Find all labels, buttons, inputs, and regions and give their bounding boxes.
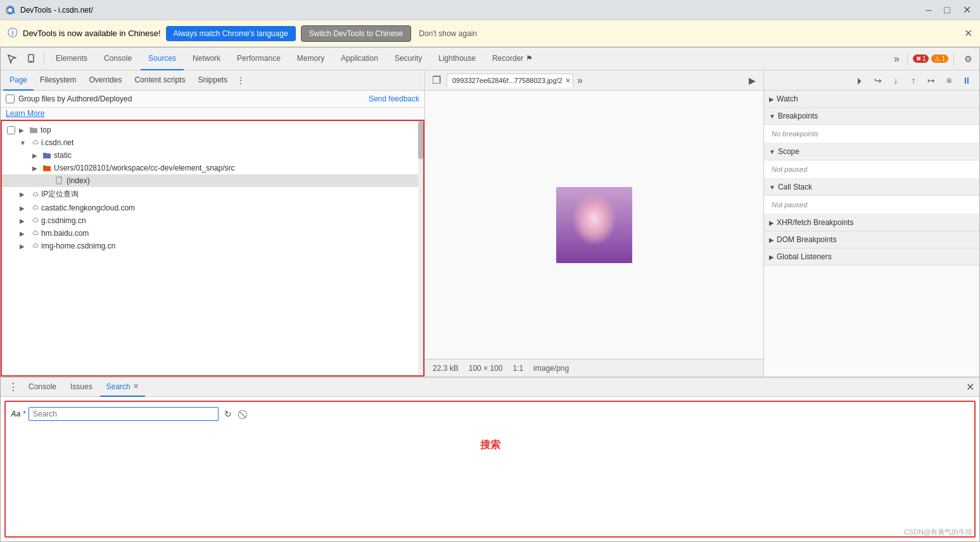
tab-application[interactable]: Application	[333, 48, 386, 70]
match-language-button[interactable]: Always match Chrome's language	[166, 26, 296, 41]
tab-network[interactable]: Network	[185, 48, 228, 70]
tab-recorder[interactable]: Recorder ⚑	[485, 48, 540, 70]
top-checkbox[interactable]	[7, 126, 15, 134]
icsdn-arrow: ▼	[20, 139, 27, 146]
jump-to-panel-button[interactable]: ▶	[743, 72, 761, 89]
svg-point-17	[587, 223, 589, 225]
src-tab-filesystem[interactable]: Filesystem	[34, 70, 82, 91]
tab-memory[interactable]: Memory	[290, 48, 332, 70]
cloud-icon-castatic	[30, 203, 39, 212]
tab-console[interactable]: Console	[96, 48, 139, 70]
learn-more-link[interactable]: Learn More	[6, 109, 44, 118]
tab-security[interactable]: Security	[387, 48, 430, 70]
minimize-button[interactable]: –	[922, 4, 935, 16]
title-bar: DevTools - i.csdn.net/ – □ ✕	[0, 0, 980, 20]
src-tab-overrides[interactable]: Overrides	[82, 70, 128, 91]
tab-sources[interactable]: Sources	[141, 48, 184, 70]
castatic-label: castatic.fengkongcloud.com	[41, 203, 135, 212]
tree-item-static[interactable]: ▶ static	[2, 149, 423, 162]
tree-item-imgcsdnimg[interactable]: ▶ img-home.csdnimg.cn	[2, 240, 423, 252]
close-button[interactable]: ✕	[959, 4, 975, 16]
xhr-label: XHR/fetch Breakpoints	[777, 218, 853, 227]
file-tabs-more[interactable]: »	[575, 75, 585, 86]
inspect-element-button[interactable]	[3, 50, 21, 68]
svg-rect-5	[43, 153, 51, 158]
tree-item-icsdn[interactable]: ▼ i.csdn.net	[2, 136, 423, 149]
xhr-breakpoints-header[interactable]: ▶ XHR/fetch Breakpoints	[764, 214, 979, 231]
warning-badge: ⚠ 1	[931, 55, 948, 63]
tree-item-users[interactable]: ▶ Users/01028101/workspace/cc-dev/elemen…	[2, 162, 423, 174]
call-stack-label: Call Stack	[778, 183, 812, 191]
global-label: Global Listeners	[777, 252, 832, 261]
global-listeners-header[interactable]: ▶ Global Listeners	[764, 248, 979, 266]
gcsdnimg-label: g.csdnimg.cn	[41, 216, 86, 225]
tree-item-top[interactable]: ▶ top	[2, 124, 423, 136]
deactivate-breakpoints-button[interactable]: ≡	[941, 73, 957, 88]
group-files-checkbox[interactable]	[6, 94, 15, 103]
sources-tabs: Page Filesystem Overrides Content script…	[1, 70, 424, 91]
tree-item-gcsdnimg[interactable]: ▶ g.csdnimg.cn	[2, 214, 423, 227]
step-out-button[interactable]: ↑	[906, 73, 921, 88]
image-type: image/png	[533, 364, 569, 373]
screen-cast-button[interactable]: ❐	[428, 72, 445, 89]
dont-show-link[interactable]: Don't show again	[419, 29, 477, 38]
svg-point-11	[576, 203, 612, 244]
tree-item-hmbaidu[interactable]: ▶ hm.baidu.com	[2, 227, 423, 240]
tab-lighthouse[interactable]: Lighthouse	[431, 48, 483, 70]
src-tab-content-scripts[interactable]: Content scripts	[128, 70, 191, 91]
file-tree-container[interactable]: ▶ top ▼ i.csdn.net ▶ static	[1, 120, 424, 377]
switch-to-chinese-button[interactable]: Switch DevTools to Chinese	[301, 25, 412, 42]
static-folder-icon	[42, 151, 51, 160]
right-panel: ⏵ ↪ ↓ ↑ ↦ ≡ ⏸ ▶ Watch ▼ Breakpoints	[764, 70, 979, 377]
file-tab-image[interactable]: 0993327ee62846f...77588023.jpg!2 ✕	[447, 74, 573, 87]
breakpoints-section-header[interactable]: ▼ Breakpoints	[764, 108, 979, 125]
tab-performance[interactable]: Performance	[229, 48, 288, 70]
step-into-button[interactable]: ↓	[888, 73, 903, 88]
send-feedback-link[interactable]: Send feedback	[369, 94, 419, 103]
bottom-panel-close-button[interactable]: ✕	[966, 381, 974, 393]
toolbar-separator	[44, 53, 44, 65]
more-tabs-button[interactable]: »	[891, 53, 902, 65]
step-over-button[interactable]: ↪	[870, 73, 886, 88]
imgcsdnimg-arrow: ▶	[20, 243, 27, 250]
pause-on-exceptions-button[interactable]: ⏸	[959, 73, 974, 88]
tree-item-ip[interactable]: ▶ IP定位查询	[2, 187, 423, 202]
src-tab-page[interactable]: Page	[3, 70, 34, 91]
bottom-tab-search[interactable]: Search ✕	[100, 378, 145, 397]
file-tab-close[interactable]: ✕	[565, 77, 571, 85]
clear-search-button[interactable]: ⃠	[238, 407, 251, 421]
svg-rect-6	[43, 166, 51, 171]
bottom-tab-issues[interactable]: Issues	[64, 378, 99, 397]
search-star-label: *	[23, 410, 26, 418]
cloud-icon-imgcsdnimg	[30, 242, 39, 250]
top-toolbar: Elements Console Sources Network Perform…	[1, 48, 979, 70]
svg-point-14	[597, 221, 607, 229]
search-tab-close[interactable]: ✕	[133, 382, 139, 390]
src-tabs-more[interactable]: ⋮	[236, 75, 245, 86]
resume-button[interactable]: ⏵	[853, 73, 868, 88]
watch-section-header[interactable]: ▶ Watch	[764, 91, 979, 108]
info-close-button[interactable]: ✕	[964, 27, 972, 39]
search-input[interactable]	[29, 407, 219, 421]
device-toolbar-button[interactable]	[22, 50, 40, 68]
maximize-button[interactable]: □	[940, 4, 954, 16]
dom-breakpoints-header[interactable]: ▶ DOM Breakpoints	[764, 231, 979, 248]
cloud-icon-icsdn	[30, 138, 39, 147]
image-info-bar: 22.3 kB 100 × 100 1:1 image/png	[425, 359, 763, 377]
tree-item-castatic[interactable]: ▶ castatic.fengkongcloud.com	[2, 202, 423, 214]
tab-elements[interactable]: Elements	[48, 48, 95, 70]
step-button[interactable]: ↦	[924, 73, 939, 88]
settings-button[interactable]: ⚙	[959, 50, 977, 68]
static-label: static	[54, 151, 72, 160]
refresh-search-button[interactable]: ↻	[221, 407, 235, 421]
bottom-tab-console[interactable]: Console	[22, 378, 63, 397]
search-area: Aa * ↻ ⃠ 搜索	[4, 401, 976, 538]
call-stack-section-header[interactable]: ▼ Call Stack	[764, 179, 979, 196]
call-stack-not-paused: Not paused	[772, 201, 807, 209]
tree-item-index[interactable]: ▶ (index)	[2, 174, 423, 187]
window-title: DevTools - i.csdn.net/	[20, 6, 93, 15]
src-tab-snippets[interactable]: Snippets	[191, 70, 234, 91]
bottom-tabs-menu[interactable]: ⋮	[6, 381, 21, 393]
scope-section-header[interactable]: ▼ Scope	[764, 143, 979, 160]
svg-rect-8	[556, 187, 632, 263]
